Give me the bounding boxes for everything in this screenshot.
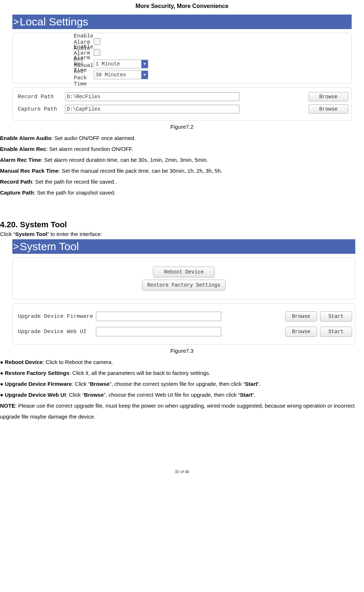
desc-upgrade-ui-t1: : Click “ <box>66 392 84 398</box>
desc-manual-rec-pack-time-term: Manual Rec Pack Time <box>0 168 58 174</box>
document-header: More Security, More Convenience <box>0 0 364 15</box>
input-capture-path[interactable]: D:\CapFiles <box>65 105 239 113</box>
local-settings-descriptions: Enable Alarm Audio: Set audio ON/OFF onc… <box>0 133 364 198</box>
local-settings-controls-panel: Enable Alarm Audio Enable Alarm Rec Alar… <box>12 33 352 84</box>
dropdown-manual-rec-pack-time-value: 30 Minutes <box>94 72 141 78</box>
system-tool-title-bar: > System Tool <box>12 239 355 254</box>
system-tool-title: System Tool <box>20 240 79 253</box>
desc-upgrade-ui-term: Upgrade Device Web UI <box>5 392 66 398</box>
input-record-path[interactable]: D:\RecFiles <box>65 92 239 101</box>
note-text: : Please use the correct upgrade file, m… <box>0 403 355 420</box>
input-capture-path-value: D:\CapFiles <box>67 106 100 112</box>
desc-upgrade-ui-t3: ”. <box>252 392 256 398</box>
desc-capture-path-text: : Set the path for snapshot saved. <box>34 189 115 196</box>
intro-post: ” to enter the interface: <box>47 231 102 237</box>
local-settings-title-bar: > Local Settings <box>12 15 352 29</box>
desc-upgrade-fw-browse: Browse <box>90 381 109 387</box>
figure-system-tool: > System Tool Reboot Device Restore Fact… <box>0 239 364 345</box>
desc-record-path-term: Record Path <box>0 179 32 185</box>
bullet-icon: ● <box>0 370 5 376</box>
desc-enable-alarm-rec-text: : Set alarm record function ON/OFF. <box>46 146 133 152</box>
desc-reboot-text: : Click to Reboot the camera. <box>43 359 113 365</box>
chevron-right-icon: > <box>13 241 19 252</box>
local-settings-title: Local Settings <box>20 16 88 28</box>
start-web-ui-button[interactable]: Start <box>320 327 352 337</box>
desc-capture-path-term: Capture Path <box>0 189 34 196</box>
upgrade-panel: Upgrade Device Firmware Browse Start Upg… <box>12 303 355 345</box>
intro-bold: System Tool <box>15 231 47 237</box>
browse-web-ui-button[interactable]: Browse <box>285 327 317 337</box>
label-capture-path: Capture Path <box>18 106 65 112</box>
section-4-20-intro: Click “System Tool” to enter the interfa… <box>0 231 364 237</box>
input-upgrade-web-ui[interactable] <box>96 327 221 336</box>
dropdown-manual-rec-pack-time[interactable]: 30 Minutes ▼ <box>94 71 148 79</box>
system-tool-descriptions: ● Reboot Device: Click to Reboot the cam… <box>0 357 364 422</box>
label-upgrade-firmware: Upgrade Device Firmware <box>18 313 96 320</box>
bullet-icon: ● <box>0 381 5 387</box>
chevron-down-icon: ▼ <box>141 71 148 79</box>
desc-upgrade-ui-browse: Browse <box>84 392 104 398</box>
dropdown-alarm-rec-time[interactable]: 1 Minute ▼ <box>94 60 148 68</box>
intro-pre: Click “ <box>0 231 15 237</box>
desc-manual-rec-pack-time-text: : Set the manual record file pack time, … <box>58 168 222 174</box>
input-upgrade-firmware[interactable] <box>96 312 221 321</box>
browse-record-path-button[interactable]: Browse <box>308 92 348 101</box>
desc-upgrade-fw-t1: : Click “ <box>72 381 90 387</box>
label-manual-rec-pack-time: Manual Rec Pack Time <box>16 63 94 87</box>
browse-capture-path-button[interactable]: Browse <box>308 104 348 114</box>
checkbox-enable-alarm-audio[interactable] <box>94 38 100 45</box>
desc-upgrade-fw-t3: ”. <box>258 381 261 387</box>
desc-reboot-term: Reboot Device <box>5 359 43 365</box>
chevron-right-icon: > <box>13 17 19 27</box>
desc-upgrade-fw-term: Upgrade Device Firmware <box>5 381 72 387</box>
desc-enable-alarm-audio-text: : Set audio ON/OFF once alarmed. <box>51 135 136 141</box>
bullet-icon: ● <box>0 359 5 365</box>
note-term: NOTE <box>0 403 15 409</box>
figure-local-settings: > Local Settings Enable Alarm Audio Enab… <box>0 15 364 121</box>
desc-enable-alarm-audio-term: Enable Alarm Audio <box>0 135 51 141</box>
desc-restore-term: Restore Factory Settings <box>5 370 69 376</box>
desc-upgrade-fw-start: Start <box>245 381 257 387</box>
restore-factory-settings-button[interactable]: Restore Factory Settings <box>142 280 226 291</box>
desc-record-path-text: : Set the path for record file saved.. <box>32 179 117 185</box>
reboot-device-button[interactable]: Reboot Device <box>153 267 215 277</box>
desc-upgrade-fw-t2: ”, choose the correct system file for up… <box>110 381 245 387</box>
desc-upgrade-ui-start: Start <box>240 392 252 398</box>
desc-enable-alarm-rec-term: Enable Alarm Rec <box>0 146 46 152</box>
bullet-icon: ● <box>0 392 5 398</box>
figure-7-3-caption: Figure7.3 <box>0 348 364 354</box>
input-record-path-value: D:\RecFiles <box>67 94 100 100</box>
desc-alarm-rec-time-text: : Set alarm record duration time, can be… <box>41 157 208 163</box>
chevron-down-icon: ▼ <box>141 60 148 68</box>
desc-restore-text: : Click it, all the parameters will be b… <box>69 370 210 376</box>
dropdown-alarm-rec-time-value: 1 Minute <box>94 61 141 67</box>
figure-7-2-caption: Figure7.2 <box>0 124 364 130</box>
page-footer: 32 of 40 <box>0 422 364 474</box>
browse-firmware-button[interactable]: Browse <box>285 311 317 321</box>
start-firmware-button[interactable]: Start <box>320 311 352 321</box>
paths-panel: Record Path D:\RecFiles Browse Capture P… <box>12 87 352 121</box>
label-upgrade-web-ui: Upgrade Device Web UI <box>18 329 96 335</box>
label-record-path: Record Path <box>18 94 65 100</box>
system-tool-buttons-panel: Reboot Device Restore Factory Settings <box>12 257 355 300</box>
section-4-20-heading: 4.20. System Tool <box>0 220 364 229</box>
desc-alarm-rec-time-term: Alarm Rec Time <box>0 157 41 163</box>
desc-upgrade-ui-t2: ”, choose the correct Web UI file for up… <box>104 392 240 398</box>
checkbox-enable-alarm-rec[interactable] <box>94 49 100 56</box>
